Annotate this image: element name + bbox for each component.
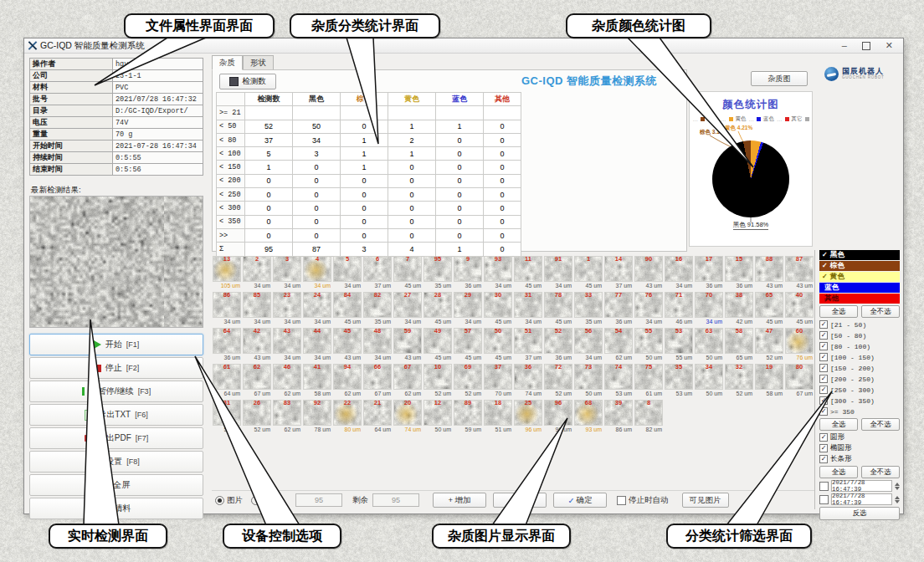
impurity-tile[interactable]: 2434 um [303, 292, 331, 326]
impurity-tile[interactable]: 1437 um [604, 256, 633, 290]
impurity-tile[interactable]: 7453 um [604, 364, 633, 398]
impurity-tile[interactable]: 7034 um [695, 292, 723, 326]
impurity-tile[interactable]: 8743 um [785, 256, 814, 290]
impurity-tile[interactable]: 534 um [333, 256, 362, 290]
impurity-tile[interactable]: 6952 um [454, 364, 482, 398]
control-button[interactable]: 清料 [29, 498, 203, 519]
impurity-tile[interactable]: 5634 um [574, 328, 603, 362]
size-range-filter[interactable]: [80 - 100) [819, 341, 900, 351]
impurity-tile[interactable]: 5236 um [544, 328, 572, 362]
remaining-field[interactable]: 95 [372, 493, 419, 507]
impurity-tile[interactable]: 3986 um [604, 400, 633, 434]
impurity-tile[interactable]: 7845 um [544, 292, 572, 326]
impurity-tile[interactable]: 2652 um [243, 400, 271, 434]
impurity-tile[interactable]: 8150 um [213, 400, 241, 434]
impurity-tile[interactable]: 1958 um [755, 364, 783, 398]
impurity-tile[interactable]: 5865 um [725, 328, 753, 362]
invert-selection-button[interactable]: 反选 [819, 507, 900, 520]
size-range-filter[interactable]: [300 - 350) [819, 396, 900, 406]
impurity-tile[interactable]: 6762 um [393, 364, 422, 398]
impurity-tile[interactable]: 1052 um [424, 364, 452, 398]
impurity-tile[interactable]: 6667 um [363, 364, 392, 398]
impurity-tile[interactable]: 3553 um [665, 364, 693, 398]
impurity-tile[interactable]: 2934 um [454, 292, 482, 326]
tab-shape[interactable]: 形状 [243, 55, 274, 70]
count-field[interactable]: 95 [295, 493, 342, 507]
control-button[interactable]: ⚙设置[F8] [29, 451, 203, 473]
impurity-tile[interactable]: 5137 um [514, 328, 542, 362]
impurity-tile[interactable]: 2280 um [333, 400, 362, 434]
tab-impurity[interactable]: 杂质 [212, 55, 243, 70]
impurity-tile[interactable]: 6267 um [243, 364, 271, 398]
impurity-tile[interactable]: 8634 um [213, 292, 241, 326]
impurity-tile[interactable]: 3134 um [514, 292, 542, 326]
close-button[interactable]: ✕ [886, 41, 893, 50]
impurity-tile[interactable]: 7736 um [604, 292, 633, 326]
impurity-tile[interactable]: 8843 um [755, 256, 783, 290]
datetime-field[interactable]: 2021/7/28 16:47:39 [831, 480, 892, 492]
impurity-tile[interactable]: 6436 um [213, 328, 241, 362]
impurity-tile[interactable]: 2734 um [393, 292, 422, 326]
control-button[interactable]: 开始[F1] [29, 334, 203, 355]
impurity-tile[interactable]: 4434 um [303, 328, 331, 362]
impurity-tile[interactable]: 9043 um [634, 256, 663, 290]
impurity-tile[interactable]: 4834 um [363, 328, 392, 362]
select-all-button[interactable]: 全选 [819, 418, 858, 431]
color-filter-item[interactable]: 蓝色 [819, 283, 900, 293]
impurity-tile[interactable]: 1250 um [424, 400, 452, 434]
impurity-tile[interactable]: 745 um [393, 256, 422, 290]
impurity-tile[interactable]: 9690 um [544, 400, 572, 434]
control-button[interactable]: 停止[F2] [29, 357, 203, 379]
shape-filter[interactable]: 圆形 [819, 432, 900, 442]
impurity-tile[interactable]: 4045 um [785, 292, 814, 326]
impurity-tile[interactable]: 8534 um [243, 292, 271, 326]
impurity-tile[interactable]: 3335 um [574, 292, 603, 326]
impurity-tile[interactable]: 6545 um [755, 292, 783, 326]
select-none-button[interactable]: 全不选 [861, 305, 900, 318]
size-range-filter[interactable]: [100 - 150) [819, 352, 900, 362]
impurity-tile[interactable]: 4543 um [333, 328, 362, 362]
impurity-tile[interactable]: 6164 um [213, 364, 241, 398]
impurity-tile[interactable]: 8067 um [785, 364, 814, 398]
impurity-chart-button[interactable]: 杂质图 [751, 71, 808, 86]
select-all-button[interactable]: 全选 [819, 305, 858, 318]
impurity-tile[interactable]: 9535 um [424, 256, 452, 290]
impurity-tile[interactable]: 3770 um [484, 364, 512, 398]
impurity-tile[interactable]: 6893 um [574, 400, 603, 434]
impurity-tile[interactable]: 2074 um [393, 400, 422, 434]
size-range-filter[interactable]: [150 - 200) [819, 363, 900, 373]
spinner-icon[interactable] [895, 496, 900, 503]
impurity-tile[interactable]: 5462 um [604, 328, 633, 362]
impurity-tile[interactable]: 7634 um [634, 292, 663, 326]
color-filter-item[interactable]: 其他 [819, 294, 900, 304]
impurity-tile[interactable]: 234 um [243, 256, 271, 290]
confirm-button[interactable]: ✓确定 [553, 493, 607, 508]
impurity-tile[interactable]: 2164 um [363, 400, 392, 434]
impurity-tile[interactable]: 3842 um [725, 292, 753, 326]
impurity-tile[interactable]: 13105 um [213, 256, 241, 290]
impurity-tile[interactable]: 4662 um [273, 364, 301, 398]
impurity-tile[interactable]: 7146 um [665, 292, 693, 326]
impurity-tile[interactable]: 8362 um [273, 400, 301, 434]
size-range-filter[interactable]: [21 - 50) [819, 319, 900, 330]
control-button[interactable]: 暂停/继续[F3] [29, 381, 203, 402]
impurity-tile[interactable]: 4945 um [424, 328, 452, 362]
impurity-tile[interactable]: 8235 um [363, 292, 392, 326]
datetime-field[interactable]: 2021/7/28 16:47:39 [831, 493, 892, 505]
info-radio[interactable] [251, 496, 260, 505]
impurity-tile[interactable]: 2845 um [424, 292, 452, 326]
impurity-tile[interactable]: 7252 um [544, 364, 572, 398]
select-all-button[interactable]: 全选 [819, 466, 858, 478]
datetime-filter[interactable]: 2021/7/28 16:47:39 [819, 480, 900, 492]
impurity-tile[interactable]: 7350 um [574, 364, 603, 398]
color-filter-item[interactable]: ✓黑色 [819, 250, 900, 260]
impurity-tile[interactable]: 9278 um [303, 400, 331, 434]
impurity-tile[interactable]: 5943 um [393, 328, 422, 362]
impurity-tile[interactable]: 145 um [574, 256, 603, 290]
shape-filter[interactable]: 长条形 [819, 454, 900, 464]
impurity-tile[interactable]: 4752 um [755, 328, 783, 362]
spinner-icon[interactable] [895, 483, 900, 490]
shape-filter[interactable]: 椭圆形 [819, 443, 900, 453]
color-filter-item[interactable]: ✓黄色 [819, 272, 900, 282]
impurity-tile[interactable]: 6076 um [785, 328, 814, 362]
